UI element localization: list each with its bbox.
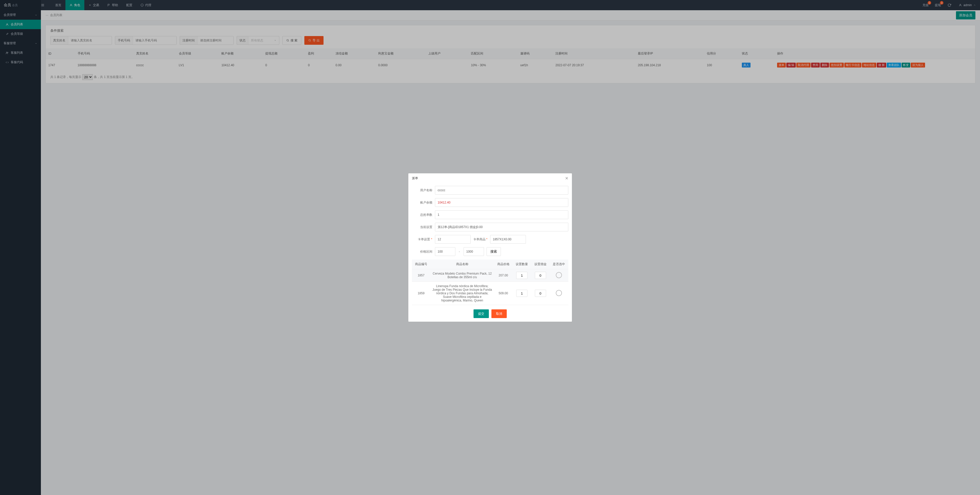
goods-id-cell: 1857 [412, 269, 431, 282]
select-radio[interactable] [556, 290, 562, 296]
select-radio[interactable] [556, 272, 562, 278]
price-from-field[interactable] [435, 247, 455, 256]
goods-select-cell [550, 269, 568, 282]
balance-label: 账户余额 [412, 200, 433, 205]
price-label: 价格区间 [412, 249, 433, 254]
submit-button[interactable]: 提交 [474, 309, 489, 318]
goods-row: 1859Linenspa Funda nórdica de Microfibra… [412, 282, 568, 305]
modal-title: 派单 [412, 176, 418, 180]
goods-comm-cell [531, 282, 550, 305]
goods-label: 卡单商品 * [473, 237, 488, 242]
goods-qty-cell [512, 269, 531, 282]
current-field[interactable] [435, 223, 568, 232]
qty-input[interactable] [516, 290, 527, 297]
commission-input[interactable] [535, 272, 546, 279]
card-field[interactable] [435, 235, 471, 244]
cancel-button[interactable]: 取消 [492, 309, 507, 318]
goods-header-cell: 设置佣金 [531, 260, 550, 269]
goods-row: 1857Cerveza Modelo Combo Premium Pack, 1… [412, 269, 568, 282]
modal-close-button[interactable]: ✕ [565, 176, 568, 181]
total-label: 总抢单数 [412, 213, 433, 217]
goods-field[interactable] [490, 235, 526, 244]
range-sep: - [458, 250, 461, 253]
balance-field[interactable] [435, 198, 568, 207]
goods-name-cell: Linenspa Funda nórdica de Microfibra; Ju… [430, 282, 494, 305]
goods-id-cell: 1859 [412, 282, 431, 305]
goods-name-cell: Cerveza Modelo Combo Premium Pack, 12 Bo… [430, 269, 494, 282]
goods-table: 商品编号商品名称商品价格设置数量设置佣金是否选中 1857Cerveza Mod… [412, 260, 568, 306]
price-search-button[interactable]: 搜索 [487, 247, 501, 256]
goods-header-cell: 商品价格 [494, 260, 512, 269]
goods-header-row: 商品编号商品名称商品价格设置数量设置佣金是否选中 [412, 260, 568, 269]
dispatch-modal: 派单 ✕ 用户名称 账户余额 总抢单数 当前设置 卡单设置 * 卡单商品 * 价… [408, 173, 572, 322]
goods-price-cell: 207.00 [494, 269, 512, 282]
card-label: 卡单设置 * [412, 237, 433, 242]
goods-price-cell: 509.00 [494, 282, 512, 305]
goods-header-cell: 商品编号 [412, 260, 431, 269]
qty-input[interactable] [516, 272, 527, 279]
modal-head: 派单 ✕ [408, 173, 572, 183]
goods-comm-cell [531, 269, 550, 282]
goods-header-cell: 是否选中 [550, 260, 568, 269]
username-field[interactable] [435, 186, 568, 195]
username-label: 用户名称 [412, 188, 433, 193]
goods-header-cell: 商品名称 [430, 260, 494, 269]
modal-foot: 提交 取消 [408, 306, 572, 322]
goods-body: 1857Cerveza Modelo Combo Premium Pack, 1… [412, 269, 568, 306]
modal-body: 用户名称 账户余额 总抢单数 当前设置 卡单设置 * 卡单商品 * 价格区间 -… [408, 183, 572, 306]
commission-input[interactable] [535, 290, 546, 297]
goods-select-cell [550, 282, 568, 305]
total-field[interactable] [435, 211, 568, 219]
goods-qty-cell [512, 282, 531, 305]
price-to-field[interactable] [463, 247, 484, 256]
goods-header-cell: 设置数量 [512, 260, 531, 269]
current-label: 当前设置 [412, 225, 433, 229]
